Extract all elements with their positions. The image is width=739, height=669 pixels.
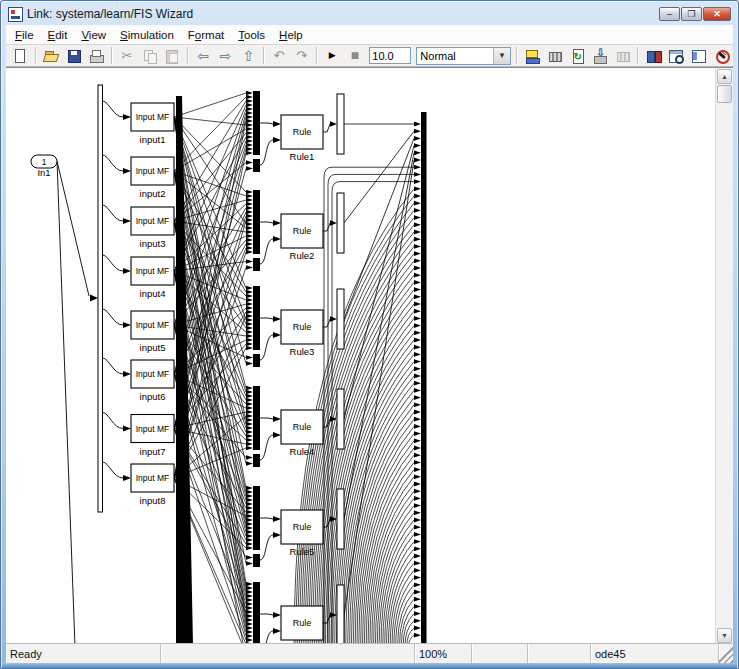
- toolbar: ✂⇦⇨⇧↶↷▶■Normal▼: [6, 45, 733, 67]
- rule-text: Rule: [293, 127, 312, 137]
- model-explorer-button[interactable]: [689, 46, 710, 65]
- go-back-button[interactable]: ⇦: [193, 46, 214, 65]
- paste-button: [162, 46, 183, 65]
- model-canvas[interactable]: 1In1Input MFinput1Input MFinput2Input MF…: [6, 67, 733, 644]
- rule-label: Rule3: [290, 346, 315, 357]
- input-mf-block-6[interactable]: Input MFinput6: [131, 360, 174, 402]
- output-mf-bar-4[interactable]: [337, 389, 344, 449]
- rule-mux-4[interactable]: [253, 386, 260, 467]
- simulink-debugger-button[interactable]: [711, 46, 732, 65]
- go-back-icon: ⇦: [197, 49, 209, 63]
- stop-simulation-icon: ■: [351, 51, 360, 60]
- build-download-button[interactable]: [590, 46, 611, 65]
- output-mf-bar-1[interactable]: [337, 94, 344, 154]
- model-explorer-icon: [691, 48, 707, 64]
- scroll-up-button[interactable]: ▲: [717, 69, 732, 84]
- menu-item-edit[interactable]: Edit: [41, 27, 75, 43]
- window-bottom-edge: [2, 663, 737, 668]
- new-model-button[interactable]: [10, 46, 31, 65]
- input-mf-block-4[interactable]: Input MFinput4: [131, 257, 174, 299]
- start-simulation-button[interactable]: ▶: [322, 46, 343, 65]
- redo-icon: ↷: [296, 49, 307, 62]
- model-browser-icon: [668, 48, 684, 64]
- input-mf-block-8[interactable]: Input MFinput8: [131, 464, 174, 506]
- go-forward-button[interactable]: ⇨: [215, 46, 236, 65]
- menu-item-view[interactable]: View: [74, 27, 113, 43]
- output-mf-bar-2[interactable]: [337, 193, 344, 253]
- inport-block-in1[interactable]: 1In1: [31, 155, 57, 178]
- generate-code-button: [613, 46, 634, 65]
- menu-item-help[interactable]: Help: [272, 27, 310, 43]
- demux-bar[interactable]: [98, 85, 103, 512]
- menu-item-simulation[interactable]: Simulation: [113, 27, 181, 43]
- rule-mux-1[interactable]: [253, 91, 260, 172]
- update-diagram-icon: [570, 48, 586, 64]
- status-field-a: [472, 644, 528, 663]
- rule-mux-6[interactable]: [253, 582, 260, 644]
- input-mf-text: Input MF: [136, 369, 170, 379]
- rule-block-2[interactable]: RuleRule2: [281, 214, 323, 261]
- save-model-button[interactable]: [63, 46, 84, 65]
- input-mf-label: input3: [140, 238, 166, 249]
- output-mf-bar-5[interactable]: [337, 489, 344, 549]
- build-all-button[interactable]: [522, 46, 543, 65]
- target-options-button[interactable]: [545, 46, 566, 65]
- sim-mode-select[interactable]: Normal▼: [416, 47, 511, 65]
- output-mf-bar-3[interactable]: [337, 289, 344, 349]
- rule-block-4[interactable]: RuleRule4: [281, 410, 323, 457]
- minimize-button[interactable]: –: [659, 7, 680, 21]
- input-mf-block-5[interactable]: Input MFinput5: [131, 311, 174, 353]
- menu-item-file[interactable]: File: [8, 27, 41, 43]
- simulink-debugger-icon: [714, 48, 730, 64]
- chevron-down-icon[interactable]: ▼: [493, 48, 510, 64]
- cut-button: ✂: [117, 46, 138, 65]
- output-mux-bar[interactable]: [421, 112, 427, 644]
- rule-block-6[interactable]: RuleRule6: [281, 606, 323, 644]
- paste-icon: [164, 48, 180, 64]
- close-button[interactable]: ✕: [703, 7, 731, 21]
- menu-bar: FileEditViewSimulationFormatToolsHelp: [6, 25, 733, 45]
- vertical-scrollbar[interactable]: ▲ ▼: [715, 68, 733, 644]
- simulink-app-icon: [8, 7, 23, 22]
- rule-label: Rule1: [290, 151, 315, 162]
- block-diagram[interactable]: 1In1Input MFinput1Input MFinput2Input MF…: [6, 68, 718, 644]
- copy-button: [139, 46, 160, 65]
- toolbar-separator: [316, 47, 318, 64]
- menu-item-format[interactable]: Format: [181, 27, 231, 43]
- scroll-down-button[interactable]: ▼: [717, 628, 732, 643]
- maximize-button[interactable]: ❐: [681, 7, 702, 21]
- output-mf-bar-6[interactable]: [337, 585, 344, 644]
- signal-wires: [57, 91, 421, 644]
- library-browser-button[interactable]: [643, 46, 664, 65]
- input-mf-block-7[interactable]: Input MFinput7: [131, 415, 174, 457]
- input-mf-block-2[interactable]: Input MFinput2: [131, 157, 174, 199]
- rule-mux-2[interactable]: [253, 190, 260, 271]
- input-mf-block-3[interactable]: Input MFinput3: [131, 207, 174, 249]
- print-button[interactable]: [86, 46, 107, 65]
- update-diagram-button[interactable]: [567, 46, 588, 65]
- menu-item-tools[interactable]: Tools: [231, 27, 272, 43]
- scroll-thumb[interactable]: [717, 85, 732, 103]
- rule-label: Rule4: [290, 446, 315, 457]
- rule-label: Rule2: [290, 250, 315, 261]
- open-model-button[interactable]: [41, 46, 62, 65]
- rule-mux-3[interactable]: [253, 286, 260, 367]
- model-browser-button[interactable]: [666, 46, 687, 65]
- input-mf-text: Input MF: [136, 166, 170, 176]
- title-bar[interactable]: Link: systema/learn/FIS Wizard –❐✕: [6, 4, 733, 24]
- sim-time-input[interactable]: [369, 47, 411, 64]
- redo-button: ↷: [291, 46, 312, 65]
- rule-block-3[interactable]: RuleRule3: [281, 310, 323, 357]
- app-window: Link: systema/learn/FIS Wizard –❐✕ FileE…: [0, 0, 739, 669]
- start-simulation-icon: ▶: [329, 51, 336, 60]
- rule-mux-5[interactable]: [253, 486, 260, 567]
- input-mf-block-1[interactable]: Input MFinput1: [131, 103, 174, 145]
- rule-block-1[interactable]: RuleRule1: [281, 115, 323, 162]
- rule-text: Rule: [293, 226, 312, 236]
- toolbar-separator: [187, 47, 189, 64]
- rule-block-5[interactable]: RuleRule5: [281, 510, 323, 557]
- go-up-button[interactable]: ⇧: [238, 46, 259, 65]
- input-mf-label: input4: [140, 288, 166, 299]
- resize-grip[interactable]: [719, 644, 733, 663]
- toolbar-separator: [263, 47, 265, 64]
